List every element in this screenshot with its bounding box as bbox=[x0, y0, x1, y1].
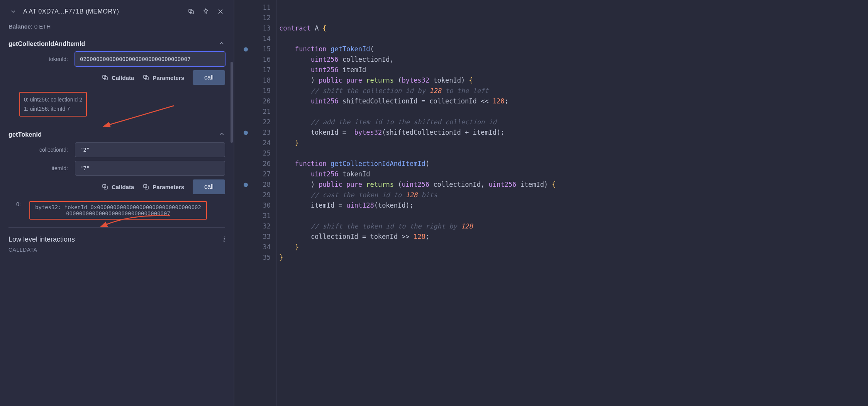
line-number[interactable]: 26 bbox=[234, 159, 271, 169]
line-number[interactable]: 28 bbox=[234, 179, 271, 190]
copy-calldata-button[interactable]: Calldata bbox=[102, 74, 134, 81]
input-row-itemId: itemId: bbox=[8, 161, 225, 176]
line-number[interactable]: 32 bbox=[234, 221, 271, 232]
code-line: // add the item id to the shifted collec… bbox=[279, 117, 868, 127]
code-line: function getTokenId( bbox=[279, 44, 868, 54]
collapse-chevron-icon[interactable] bbox=[8, 7, 18, 16]
code-line: } bbox=[279, 138, 868, 148]
input-label: tokenId: bbox=[8, 56, 70, 62]
result-index: 0: bbox=[16, 201, 26, 207]
chevron-up-icon[interactable] bbox=[218, 130, 225, 139]
line-number[interactable]: 24 bbox=[234, 138, 271, 148]
contract-title: A AT 0XD7A...F771B (MEMORY) bbox=[23, 8, 181, 15]
call-button[interactable]: call bbox=[193, 179, 225, 194]
function-block-getCollectionIdAndItemId: getCollectionIdAndItemId tokenId: Callda… bbox=[8, 38, 225, 124]
line-number[interactable]: 12 bbox=[234, 13, 271, 23]
line-number[interactable]: 13 bbox=[234, 23, 271, 34]
line-number[interactable]: 20 bbox=[234, 96, 271, 107]
code-line bbox=[279, 2, 868, 13]
result-line: 1: uint256: itemId 7 bbox=[24, 104, 82, 113]
divider bbox=[8, 227, 225, 228]
copy-parameters-button[interactable]: Parameters bbox=[142, 74, 184, 81]
code-line: function getCollectionIdAndItemId( bbox=[279, 159, 868, 169]
low-level-title: Low level interactions bbox=[8, 235, 75, 244]
function-name: getTokenId bbox=[8, 131, 42, 138]
code-line: tokenId = bytes32(shiftedCollectionId + … bbox=[279, 127, 868, 138]
info-icon[interactable]: i bbox=[223, 235, 225, 244]
code-line bbox=[279, 107, 868, 117]
code-line bbox=[279, 211, 868, 221]
input-row-tokenId: tokenId: bbox=[8, 52, 225, 66]
line-number[interactable]: 18 bbox=[234, 75, 271, 86]
function-header[interactable]: getTokenId bbox=[8, 129, 225, 142]
result-box-highlighted: bytes32: tokenId 0x000000000000000000000… bbox=[29, 201, 207, 220]
function-block-getTokenId: getTokenId collectionId: itemId: Calldat… bbox=[8, 129, 225, 220]
line-number[interactable]: 21 bbox=[234, 107, 271, 117]
input-label: itemId: bbox=[8, 165, 70, 171]
call-button[interactable]: call bbox=[193, 70, 225, 85]
line-number[interactable]: 27 bbox=[234, 169, 271, 179]
line-number[interactable]: 31 bbox=[234, 211, 271, 221]
line-number[interactable]: 33 bbox=[234, 232, 271, 242]
code-line: // shift the token id to the right by 12… bbox=[279, 221, 868, 232]
line-number[interactable]: 25 bbox=[234, 148, 271, 159]
close-icon[interactable] bbox=[216, 7, 225, 16]
code-line: uint256 shiftedCollectionId = collection… bbox=[279, 96, 868, 107]
result-box-highlighted: 0: uint256: collectionId 2 1: uint256: i… bbox=[19, 92, 87, 117]
line-number-gutter: 1112131415161718192021222324252627282930… bbox=[234, 0, 277, 406]
code-line: uint256 itemId bbox=[279, 65, 868, 75]
line-number[interactable]: 23 bbox=[234, 127, 271, 138]
line-number[interactable]: 34 bbox=[234, 242, 271, 252]
low-level-header: Low level interactions i bbox=[8, 233, 225, 247]
line-number[interactable]: 11 bbox=[234, 2, 271, 13]
collectionId-input[interactable] bbox=[75, 142, 225, 157]
function-name: getCollectionIdAndItemId bbox=[8, 41, 85, 47]
code-area[interactable]: contract A { function getTokenId( uint25… bbox=[277, 0, 868, 406]
code-line: // cast the token id to 128 bits bbox=[279, 190, 868, 200]
line-number[interactable]: 29 bbox=[234, 190, 271, 200]
itemId-input[interactable] bbox=[75, 161, 225, 176]
code-line bbox=[279, 13, 868, 23]
parameters-label: Parameters bbox=[153, 74, 184, 81]
calldata-label: Calldata bbox=[112, 184, 134, 190]
code-line: // shift the collection id by 128 to the… bbox=[279, 86, 868, 96]
code-line: } bbox=[279, 242, 868, 252]
code-line: uint256 collectionId, bbox=[279, 54, 868, 65]
contract-interaction-panel: A AT 0XD7A...F771B (MEMORY) Balance: 0 E… bbox=[0, 0, 234, 406]
code-line: contract A { bbox=[279, 23, 868, 34]
code-line: collectionId = tokenId >> 128; bbox=[279, 232, 868, 242]
input-row-collectionId: collectionId: bbox=[8, 142, 225, 157]
result-line: 0: uint256: collectionId 2 bbox=[24, 95, 82, 104]
copy-icon[interactable] bbox=[186, 7, 196, 16]
balance-value: 0 ETH bbox=[34, 23, 51, 30]
calldata-label: CALLDATA bbox=[8, 247, 225, 253]
line-number[interactable]: 14 bbox=[234, 34, 271, 44]
input-label: collectionId: bbox=[8, 147, 70, 153]
balance-row: Balance: 0 ETH bbox=[8, 23, 225, 30]
line-number[interactable]: 15 bbox=[234, 44, 271, 54]
action-row: Calldata Parameters call bbox=[8, 179, 225, 194]
code-line bbox=[279, 34, 868, 44]
code-line: itemId = uint128(tokenId); bbox=[279, 200, 868, 211]
code-line: uint256 tokenId bbox=[279, 169, 868, 179]
tokenId-input[interactable] bbox=[75, 52, 225, 66]
pin-icon[interactable] bbox=[201, 7, 210, 16]
code-line: ) public pure returns (uint256 collectio… bbox=[279, 179, 868, 190]
chevron-up-icon[interactable] bbox=[218, 40, 225, 48]
parameters-label: Parameters bbox=[153, 184, 184, 190]
line-number[interactable]: 17 bbox=[234, 65, 271, 75]
calldata-label: Calldata bbox=[112, 74, 134, 81]
result-row: 0: bytes32: tokenId 0x000000000000000000… bbox=[16, 201, 225, 220]
line-number[interactable]: 19 bbox=[234, 86, 271, 96]
function-header[interactable]: getCollectionIdAndItemId bbox=[8, 38, 225, 52]
line-number[interactable]: 16 bbox=[234, 54, 271, 65]
code-line: ) public pure returns (bytes32 tokenId) … bbox=[279, 75, 868, 86]
line-number[interactable]: 35 bbox=[234, 252, 271, 263]
code-editor: 1112131415161718192021222324252627282930… bbox=[234, 0, 868, 406]
line-number[interactable]: 22 bbox=[234, 117, 271, 127]
copy-parameters-button[interactable]: Parameters bbox=[142, 183, 184, 190]
panel-header: A AT 0XD7A...F771B (MEMORY) bbox=[8, 7, 225, 16]
copy-calldata-button[interactable]: Calldata bbox=[102, 183, 134, 190]
line-number[interactable]: 30 bbox=[234, 200, 271, 211]
code-line: } bbox=[279, 252, 868, 263]
